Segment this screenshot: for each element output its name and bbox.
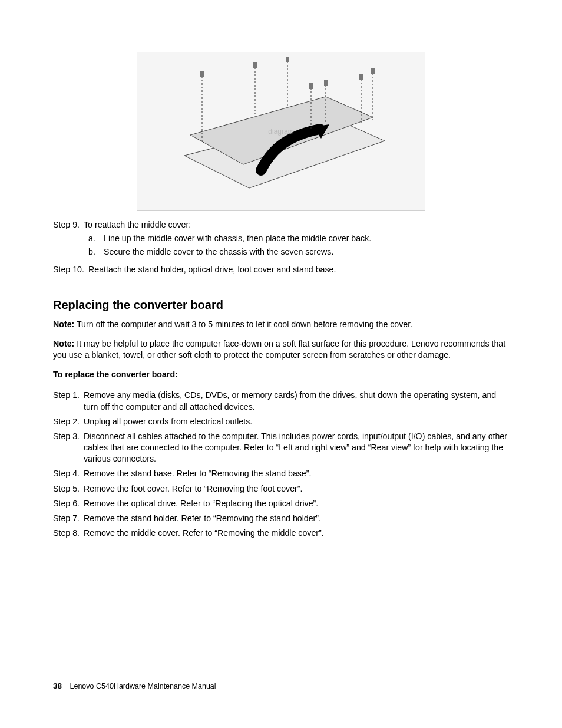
svg-rect-14 <box>324 80 328 86</box>
svg-rect-15 <box>359 74 363 80</box>
step-text: Remove the optical drive. Refer to “Repl… <box>84 498 509 509</box>
note-label: Note: <box>53 339 74 348</box>
doc-title: Lenovo C540Hardware Maintenance Manual <box>70 682 216 690</box>
step-text: Remove the middle cover. Refer to “Remov… <box>84 528 509 539</box>
subheading: To replace the converter board: <box>53 369 509 380</box>
manual-page: Step 9. To reattach the middle cover: a.… <box>0 0 562 728</box>
step-text: Remove the stand holder. Refer to “Remov… <box>84 513 509 524</box>
svg-rect-11 <box>253 62 257 68</box>
substep-text: Line up the middle cover with chassis, t… <box>104 233 509 244</box>
step-text: To reattach the middle cover: <box>84 219 509 230</box>
step-row: Step 3. Disconnect all cables attached t… <box>53 431 509 465</box>
step-body: To reattach the middle cover: a. Line up… <box>84 219 509 261</box>
page-number: 38 <box>53 681 62 690</box>
step-row: Step 7. Remove the stand holder. Refer t… <box>53 513 509 524</box>
note-text: Turn off the computer and wait 3 to 5 mi… <box>77 319 412 329</box>
step-text: Disconnect all cables attached to the co… <box>84 431 509 465</box>
step-label: Step 7. <box>53 513 84 524</box>
step-row: Step 9. To reattach the middle cover: a.… <box>53 219 509 261</box>
step-text: Remove the foot cover. Refer to “Removin… <box>84 483 509 495</box>
step-label: Step 4. <box>53 468 84 479</box>
step-label: Step 1. <box>53 390 84 412</box>
note-paragraph: Note: Turn off the computer and wait 3 t… <box>53 319 509 330</box>
step-row: Step 8. Remove the middle cover. Refer t… <box>53 528 509 539</box>
assembly-diagram <box>137 52 425 211</box>
svg-rect-16 <box>371 68 375 74</box>
substep-label: a. <box>84 233 104 244</box>
step-label: Step 5. <box>53 483 84 495</box>
step-row: Step 6. Remove the optical drive. Refer … <box>53 498 509 509</box>
step-label: Step 10. <box>53 264 88 275</box>
step-row: Step 2. Unplug all power cords from elec… <box>53 416 509 427</box>
step-label: Step 8. <box>53 528 84 539</box>
note-label: Note: <box>53 319 74 329</box>
step-label: Step 6. <box>53 498 84 509</box>
svg-rect-13 <box>309 83 313 89</box>
step-label: Step 3. <box>53 431 84 465</box>
section-heading: Replacing the converter board <box>53 297 509 313</box>
top-steps: Step 9. To reattach the middle cover: a.… <box>53 219 509 275</box>
section-rule <box>53 292 509 292</box>
step-row: Step 4. Remove the stand base. Refer to … <box>53 468 509 479</box>
step-label: Step 2. <box>53 416 84 427</box>
substep-row: b. Secure the middle cover to the chassi… <box>84 246 509 258</box>
step-text: Unplug all power cords from electrical o… <box>84 416 509 427</box>
substep-row: a. Line up the middle cover with chassis… <box>84 233 509 244</box>
substep-text: Secure the middle cover to the chassis w… <box>104 246 509 258</box>
note-paragraph: Note: It may be helpful to place the com… <box>53 338 509 361</box>
substep-label: b. <box>84 246 104 258</box>
svg-rect-12 <box>286 57 289 62</box>
bottom-steps: Step 1. Remove any media (disks, CDs, DV… <box>53 390 509 539</box>
step-text: Reattach the stand holder, optical drive… <box>88 264 509 275</box>
note-text: It may be helpful to place the computer … <box>53 339 505 360</box>
step-text: Remove the stand base. Refer to “Removin… <box>84 468 509 479</box>
step-row: Step 1. Remove any media (disks, CDs, DV… <box>53 390 509 412</box>
step-row: Step 10. Reattach the stand holder, opti… <box>53 264 509 275</box>
step-label: Step 9. <box>53 219 84 261</box>
svg-rect-10 <box>200 71 204 77</box>
step-text: Remove any media (disks, CDs, DVDs, or m… <box>84 390 509 412</box>
page-footer: 38 Lenovo C540Hardware Maintenance Manua… <box>53 681 216 691</box>
step-row: Step 5. Remove the foot cover. Refer to … <box>53 483 509 495</box>
